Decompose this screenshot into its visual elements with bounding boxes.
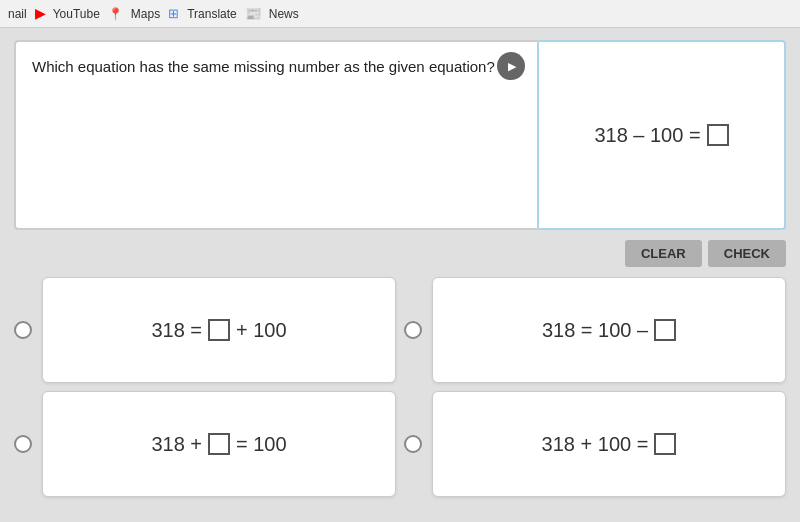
choice-card-a[interactable]: 318 = + 100 <box>42 277 396 383</box>
news-icon: 📰 <box>245 6 261 21</box>
choice-c: 318 + = 100 <box>14 391 396 497</box>
blank-b <box>654 319 676 341</box>
question-section: Which equation has the same missing numb… <box>14 40 786 230</box>
youtube-icon: ▶ <box>35 6 45 21</box>
question-text-box: Which equation has the same missing numb… <box>14 40 539 230</box>
choice-a: 318 = + 100 <box>14 277 396 383</box>
choice-b: 318 = 100 – <box>404 277 786 383</box>
choice-d: 318 + 100 = <box>404 391 786 497</box>
choice-b-equation: 318 = 100 – <box>542 319 676 342</box>
radio-d[interactable] <box>404 435 422 453</box>
action-row: CLEAR CHECK <box>14 240 786 267</box>
blank-d <box>654 433 676 455</box>
given-equation: 318 – 100 = <box>594 124 728 147</box>
main-content: Which equation has the same missing numb… <box>0 28 800 522</box>
blank-a <box>208 319 230 341</box>
question-text: Which equation has the same missing numb… <box>32 58 495 75</box>
browser-bar: nail ▶ YouTube 📍 Maps ⊞ Translate 📰 News <box>0 0 800 28</box>
translate-nav[interactable]: Translate <box>187 7 237 21</box>
given-equation-box: 318 – 100 = <box>539 40 786 230</box>
choice-c-equation: 318 + = 100 <box>151 433 286 456</box>
given-blank-box <box>707 124 729 146</box>
news-nav[interactable]: News <box>269 7 299 21</box>
translate-icon: ⊞ <box>168 6 179 21</box>
choice-d-equation: 318 + 100 = <box>542 433 677 456</box>
maps-nav[interactable]: Maps <box>131 7 160 21</box>
youtube-nav[interactable]: YouTube <box>53 7 100 21</box>
clear-button[interactable]: CLEAR <box>625 240 702 267</box>
choice-a-equation: 318 = + 100 <box>151 319 286 342</box>
radio-a[interactable] <box>14 321 32 339</box>
choice-card-b[interactable]: 318 = 100 – <box>432 277 786 383</box>
radio-b[interactable] <box>404 321 422 339</box>
blank-c <box>208 433 230 455</box>
radio-c[interactable] <box>14 435 32 453</box>
browser-nav-mail[interactable]: nail <box>8 7 27 21</box>
choice-card-c[interactable]: 318 + = 100 <box>42 391 396 497</box>
check-button[interactable]: CHECK <box>708 240 786 267</box>
choice-card-d[interactable]: 318 + 100 = <box>432 391 786 497</box>
maps-icon: 📍 <box>108 7 123 21</box>
choices-grid: 318 = + 100 318 = 100 – 318 + = 100 <box>14 277 786 497</box>
audio-button[interactable] <box>497 52 525 80</box>
